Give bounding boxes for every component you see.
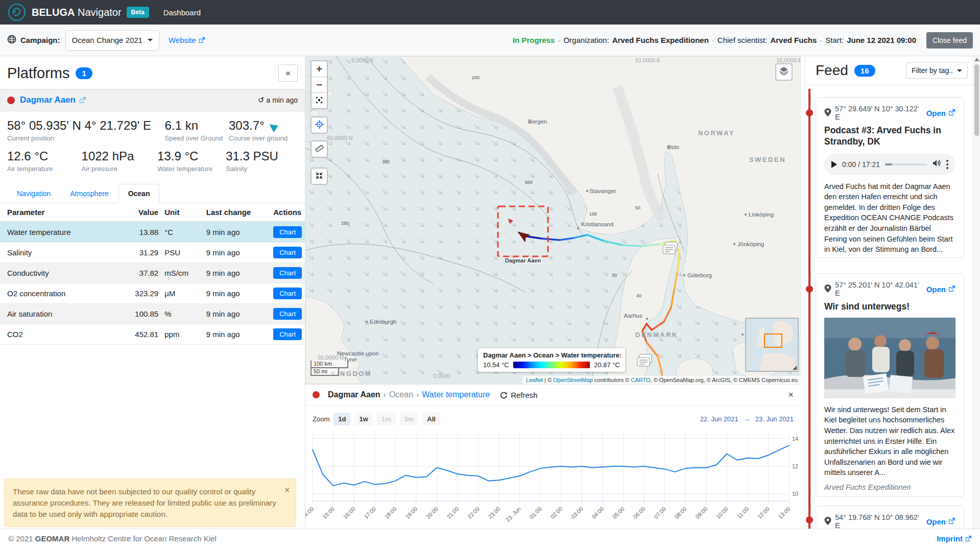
zoom-1d[interactable]: 1d bbox=[333, 413, 350, 425]
card-open-link[interactable]: Open bbox=[926, 109, 955, 117]
map-label-linkoping: Linköping bbox=[749, 211, 774, 218]
external-link-icon[interactable] bbox=[79, 97, 86, 104]
volume-icon[interactable] bbox=[933, 159, 941, 169]
zoom-3m: 3m bbox=[400, 413, 419, 425]
chief-scientist: Arved Fuchs bbox=[770, 36, 817, 44]
audio-progress-bar[interactable] bbox=[885, 163, 927, 165]
imprint-link[interactable]: Imprint bbox=[937, 534, 972, 543]
course-arrow-icon bbox=[267, 121, 278, 132]
card-coordinates: 54° 19.768' N 10° 08.962' E bbox=[835, 513, 923, 529]
status-in-progress: In Progress bbox=[513, 36, 555, 44]
map-area[interactable]: NORWAYSWEDENDENMARKKINGDOMBergenOsloStav… bbox=[305, 56, 801, 384]
zoom-1w[interactable]: 1w bbox=[354, 413, 372, 425]
platform-status-dot bbox=[313, 391, 320, 398]
play-button-icon[interactable] bbox=[831, 161, 837, 168]
feed-note-marker[interactable] bbox=[663, 242, 677, 254]
measure-control[interactable] bbox=[310, 140, 328, 158]
table-row[interactable]: Water temperature13.88°C9 min agoChart bbox=[0, 222, 305, 243]
campaign-label: Campaign: bbox=[20, 36, 60, 44]
x-axis-label: 01:00 bbox=[529, 506, 543, 520]
table-row[interactable]: Salinity31.29PSU9 min agoChart bbox=[0, 243, 305, 263]
carto-link[interactable]: CARTO bbox=[631, 377, 650, 383]
contour-depth-label: 50 bbox=[635, 205, 640, 210]
map-label-aarhus: Aarhus bbox=[624, 313, 643, 319]
zoom-control[interactable]: + − bbox=[310, 60, 328, 109]
zoom-in-button[interactable]: + bbox=[312, 61, 327, 77]
tab-navigation[interactable]: Navigation bbox=[7, 184, 60, 203]
table-row[interactable]: O2 concentration323.29µM9 min agoChart bbox=[0, 283, 305, 304]
timeseries-plot[interactable]: 10121414:0015:0016:0017:0018:0019:0020:0… bbox=[305, 425, 801, 525]
last-change-cell: 9 min ago bbox=[203, 243, 270, 263]
tab-atmosphere[interactable]: Atmosphere bbox=[60, 184, 118, 203]
unit-cell: µM bbox=[161, 283, 203, 304]
fit-bounds-button[interactable] bbox=[312, 93, 327, 108]
range-end[interactable]: 23. Jun 2021 bbox=[755, 415, 794, 423]
chart-button[interactable]: Chart bbox=[273, 226, 302, 238]
x-axis-label: 07:00 bbox=[653, 506, 667, 520]
chart-button[interactable]: Chart bbox=[273, 288, 302, 299]
campaign-select[interactable]: Ocean Change 2021 bbox=[65, 30, 159, 51]
close-warning-icon[interactable]: × bbox=[285, 484, 290, 496]
osm-link[interactable]: OpenStreetMap bbox=[553, 377, 593, 383]
column-header: Value bbox=[126, 203, 161, 222]
stat-label: Air temperature bbox=[7, 165, 82, 173]
minimap[interactable] bbox=[745, 318, 799, 372]
refresh-button[interactable]: Refresh bbox=[500, 391, 538, 399]
chart-button[interactable]: Chart bbox=[273, 267, 302, 279]
close-feed-button[interactable]: Close feed bbox=[926, 32, 973, 49]
zoom-out-button[interactable]: − bbox=[312, 77, 327, 93]
locate-button[interactable] bbox=[312, 117, 327, 133]
layers-control[interactable] bbox=[775, 63, 793, 81]
map-scale-bar: 100 km 50 mi bbox=[310, 361, 348, 376]
map-canvas[interactable]: NORWAYSWEDENDENMARKKINGDOMBergenOsloStav… bbox=[305, 56, 801, 384]
tag-badge[interactable]: Bordleben bbox=[911, 496, 955, 497]
feed-card[interactable]: 57° 25.201' N 10° 42.041' EOpenWir sind … bbox=[816, 273, 964, 497]
collapse-panel-button[interactable]: « bbox=[278, 64, 298, 82]
website-link[interactable]: Website bbox=[169, 36, 205, 44]
platform-stat: 1022 hPaAir pressure bbox=[82, 149, 157, 173]
map-attribution: Leaflet | © OpenStreetMap contributors ©… bbox=[523, 376, 801, 384]
zoom-All[interactable]: All bbox=[422, 413, 440, 425]
leaflet-link[interactable]: Leaflet bbox=[526, 377, 543, 383]
table-row[interactable]: CO2452.81ppm9 min agoChart bbox=[0, 324, 305, 345]
chart-button[interactable]: Chart bbox=[273, 328, 302, 340]
platforms-title: Platforms bbox=[7, 65, 69, 82]
feed-card[interactable]: 54° 19.768' N 10° 08.962' EOpenPodcast #… bbox=[816, 506, 964, 529]
layers-button[interactable] bbox=[776, 64, 792, 80]
feed-card[interactable]: 57° 29.649' N 10° 30.122' EOpenPodcast #… bbox=[816, 97, 964, 258]
chart-parameter-link[interactable]: Water temperature bbox=[422, 390, 490, 399]
locate-control[interactable] bbox=[310, 116, 328, 134]
ruler-button[interactable] bbox=[312, 141, 327, 157]
audio-player[interactable]: 0:00 / 17:21 bbox=[824, 154, 955, 175]
collapse-track-control[interactable] bbox=[310, 168, 328, 185]
filter-by-tag-button[interactable]: Filter by tag.. bbox=[906, 62, 968, 79]
close-chart-icon[interactable]: × bbox=[788, 389, 794, 400]
feed-count-badge: 16 bbox=[854, 65, 875, 77]
chart-button[interactable]: Chart bbox=[273, 308, 302, 320]
card-open-link[interactable]: Open bbox=[926, 285, 955, 294]
range-start[interactable]: 22. Jun 2021 bbox=[700, 415, 738, 423]
platform-name-link[interactable]: Dagmar Aaen bbox=[20, 95, 76, 105]
platform-stat: 13.9 °CWater temperature bbox=[157, 149, 226, 173]
platform-row[interactable]: Dagmar Aaen ↺a min ago bbox=[0, 89, 305, 111]
scroll-up-arrow[interactable] bbox=[974, 58, 979, 61]
shrink-button[interactable] bbox=[312, 169, 327, 184]
stat-label: Current position bbox=[7, 134, 165, 142]
scrollbar-thumb[interactable] bbox=[974, 64, 979, 136]
table-row[interactable]: Air saturation100.85%9 min agoChart bbox=[0, 304, 305, 324]
nav-dashboard-link[interactable]: Dashboard bbox=[163, 8, 201, 17]
feed-note-marker[interactable] bbox=[637, 354, 652, 366]
x-axis-label: 05:00 bbox=[611, 506, 626, 520]
x-axis-label: 18:00 bbox=[384, 506, 398, 520]
card-body-text: Wir sind unterwegs! Seit dem Start in Ki… bbox=[824, 404, 955, 478]
table-row[interactable]: Conductivity37.82mS/cm9 min agoChart bbox=[0, 263, 305, 283]
tab-ocean[interactable]: Ocean bbox=[118, 184, 160, 203]
audio-time: 0:00 / 17:21 bbox=[842, 160, 880, 169]
card-author: Arved Fuchs Expeditionen bbox=[824, 483, 955, 491]
chart-button[interactable]: Chart bbox=[273, 247, 302, 258]
audio-menu-icon[interactable] bbox=[946, 160, 948, 169]
start-date: June 12 2021 09:00 bbox=[847, 36, 916, 44]
feed-scrollbar[interactable] bbox=[972, 56, 980, 529]
card-open-link[interactable]: Open bbox=[926, 517, 955, 526]
minimap-toggle-icon[interactable] bbox=[791, 364, 797, 370]
